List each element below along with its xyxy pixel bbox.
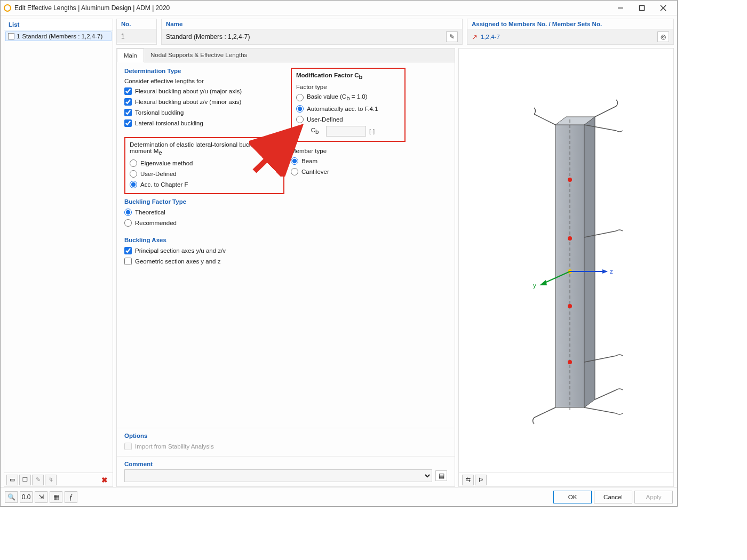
chk-principal-axes[interactable] [124, 247, 132, 254]
lbl-principal-axes[interactable]: Principal section axes y/u and z/v [135, 247, 226, 254]
group-comment: Comment ▤ [117, 456, 455, 486]
list-panel: List 1 Standard (Members : 1,2,4-7) ▭ ❐ … [4, 19, 113, 487]
titlebar: Edit Effective Lengths | Aluminum Design… [1, 1, 677, 15]
preview-btn-1[interactable]: ⇆ [462, 475, 474, 485]
footer-ico-3[interactable]: ⇲ [35, 491, 47, 503]
radio-cb-userdef[interactable] [296, 116, 304, 123]
cancel-button[interactable]: Cancel [594, 491, 632, 503]
name-edit-icon[interactable]: ✎ [446, 31, 458, 42]
comment-pick-icon[interactable]: ▤ [435, 470, 447, 481]
svg-marker-15 [602, 269, 608, 274]
radio-auto-f41[interactable] [296, 105, 304, 113]
svg-point-9 [568, 178, 572, 182]
svg-marker-6 [584, 117, 595, 407]
toolbar-delete-icon[interactable]: ✖ [99, 475, 110, 485]
toolbar-btn-4[interactable]: ↯ [45, 475, 57, 485]
group-member-type: Member type Beam Cantilever [291, 146, 435, 181]
footer-ico-4[interactable]: ▦ [50, 491, 62, 503]
radio-basic-value[interactable] [296, 94, 304, 101]
assigned-pick-icon[interactable]: ◎ [657, 31, 669, 42]
elastic-title-sub: e [158, 149, 162, 156]
close-button[interactable] [653, 1, 674, 15]
footer-ico-5[interactable]: ƒ [65, 491, 77, 503]
lbl-theoretical[interactable]: Theoretical [135, 209, 165, 215]
chk-geometric-axes[interactable] [124, 258, 132, 265]
preview-3d[interactable]: z y [459, 49, 673, 473]
lbl-auto-f41[interactable]: Automatically acc. to F.4.1 [307, 106, 378, 112]
header-no-label: No. [117, 19, 156, 29]
tab-main[interactable]: Main [117, 49, 144, 62]
footer-ico-2[interactable]: 0.0 [20, 491, 33, 503]
radio-beam[interactable] [291, 157, 298, 165]
determination-title: Determination Type [124, 68, 284, 74]
lbl-cb-userdef[interactable]: User-Defined [307, 116, 343, 123]
chk-lat-torsional[interactable] [124, 119, 132, 127]
list-item-label: Standard (Members : 1,2,4-7) [22, 33, 102, 39]
buckling-axes-title: Buckling Axes [124, 237, 284, 243]
group-determination-type: Determination Type Consider effective le… [124, 68, 284, 133]
cb-input[interactable] [326, 126, 366, 137]
lbl-chapter-f[interactable]: Acc. to Chapter F [140, 181, 188, 188]
lbl-recommended[interactable]: Recommended [135, 220, 177, 226]
comment-input[interactable] [124, 469, 432, 482]
modification-title: Modification Factor Cb [296, 72, 400, 80]
list-body: 1 Standard (Members : 1,2,4-7) [4, 30, 113, 473]
list-item-swatch [8, 33, 14, 39]
list-item[interactable]: 1 Standard (Members : 1,2,4-7) [5, 31, 112, 41]
radio-eigenvalue[interactable] [130, 159, 137, 167]
minimize-button[interactable] [610, 1, 631, 15]
radio-theoretical[interactable] [124, 209, 132, 216]
options-title: Options [124, 433, 447, 439]
lbl-beam[interactable]: Beam [301, 158, 317, 164]
assigned-arrow-icon: ↗ [472, 33, 478, 41]
lbl-eigenvalue[interactable]: Eigenvalue method [140, 160, 193, 166]
svg-point-11 [568, 304, 572, 308]
member-type-title: Member type [291, 146, 435, 156]
header-name-value: Standard (Members : 1,2,4-7) [166, 33, 444, 41]
buckling-factor-title: Buckling Factor Type [124, 198, 284, 205]
axis-z-label: z [610, 268, 613, 275]
lbl-basic-value-tail: = 1.0) [350, 93, 368, 100]
tab-nodal[interactable]: Nodal Supports & Effective Lengths [144, 49, 253, 62]
chk-torsional[interactable] [124, 109, 132, 116]
ok-button[interactable]: OK [553, 491, 592, 503]
window: Edit Effective Lengths | Aluminum Design… [0, 0, 678, 507]
apply-button[interactable]: Apply [634, 491, 673, 503]
chk-import-stability [124, 443, 132, 450]
cb-input-label: Cb [307, 127, 323, 135]
lbl-geometric-axes[interactable]: Geometric section axes y and z [135, 258, 220, 265]
toolbar-new-icon[interactable]: ▭ [6, 475, 18, 485]
radio-me-userdef[interactable] [130, 170, 137, 178]
header-assigned-value[interactable]: 1,2,4-7 [481, 34, 500, 40]
footer-ico-1[interactable]: 🔍 [5, 491, 18, 503]
radio-cantilever[interactable] [291, 168, 298, 175]
header-row: No. 1 Name Standard (Members : 1,2,4-7) … [116, 19, 674, 45]
chk-flex-yu[interactable] [124, 87, 132, 95]
group-options: Options Import from Stability Analysis [117, 428, 455, 456]
lbl-torsional[interactable]: Torsional buckling [135, 109, 184, 116]
maximize-button[interactable] [631, 1, 653, 15]
svg-point-12 [568, 360, 572, 364]
lbl-flex-yu[interactable]: Flexural buckling about y/u (major axis) [135, 88, 242, 94]
radio-chapter-f[interactable] [130, 181, 137, 188]
config-panel: Main Nodal Supports & Effective Lengths … [116, 48, 455, 487]
dialog-footer: 🔍 0.0 ⇲ ▦ ƒ OK Cancel Apply [1, 487, 677, 506]
toolbar-btn-3[interactable]: ✎ [32, 475, 44, 485]
callout-elastic-moment: Determination of elastic lateral-torsion… [124, 137, 284, 194]
lbl-lat-torsional[interactable]: Lateral-torsional buckling [135, 120, 203, 126]
consider-label: Consider effective lengths for [124, 76, 284, 86]
lbl-basic-value[interactable]: Basic value (Cb = 1.0) [307, 93, 367, 101]
lbl-basic-value-text: Basic value (C [307, 93, 346, 100]
toolbar-copy-icon[interactable]: ❐ [19, 475, 31, 485]
lbl-flex-zv[interactable]: Flexural buckling about z/v (minor axis) [135, 99, 241, 105]
list-toolbar: ▭ ❐ ✎ ↯ ✖ [4, 473, 113, 486]
comment-title: Comment [124, 461, 447, 467]
cb-input-unit: [-] [369, 128, 375, 134]
lbl-import-stability: Import from Stability Analysis [135, 443, 214, 450]
radio-recommended[interactable] [124, 219, 132, 227]
lbl-me-userdef[interactable]: User-Defined [140, 171, 177, 177]
chk-flex-zv[interactable] [124, 98, 132, 106]
lbl-cantilever[interactable]: Cantilever [301, 169, 329, 175]
preview-btn-2[interactable]: 🏳 [475, 475, 487, 485]
tabs: Main Nodal Supports & Effective Lengths [117, 49, 455, 62]
